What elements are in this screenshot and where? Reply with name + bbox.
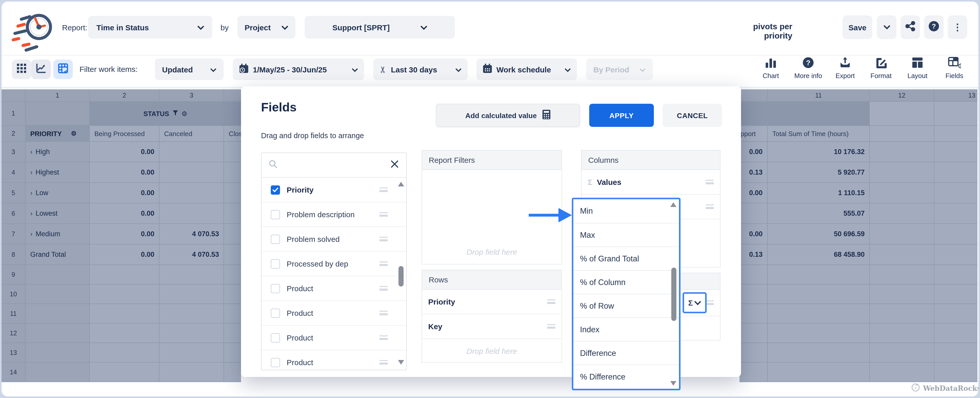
row-label-cell[interactable]: ›Lowest <box>25 203 90 224</box>
row-label-cell[interactable]: ›High <box>25 142 90 162</box>
drag-handle-icon[interactable] <box>380 237 388 241</box>
report-type-select[interactable]: Time in Status <box>88 16 212 38</box>
drag-handle-icon[interactable] <box>380 187 388 192</box>
value-cell[interactable]: 0.13 <box>740 245 768 265</box>
trim-period-button[interactable]: ✂ Last 30 days <box>373 59 468 80</box>
rows-item-priority[interactable]: Priority <box>422 289 562 314</box>
aggregation-option[interactable]: % of Column <box>573 270 679 294</box>
value-cell[interactable]: 0.00 <box>90 142 159 162</box>
pivot-view-button[interactable] <box>53 59 73 79</box>
checkbox-icon[interactable] <box>271 235 280 244</box>
checkbox-icon[interactable] <box>271 358 280 367</box>
drag-handle-icon[interactable] <box>547 299 555 304</box>
project-select[interactable]: Support [SPRT] <box>305 16 455 38</box>
field-item[interactable]: Priority <box>261 178 406 202</box>
column-header[interactable]: Canceled <box>159 126 224 142</box>
scroll-up-arrow[interactable] <box>670 202 676 207</box>
action-more-info[interactable]: ? More info <box>790 56 827 80</box>
field-item[interactable]: Processed by dep <box>261 252 406 276</box>
scroll-down-arrow[interactable] <box>670 381 676 386</box>
value-cell[interactable] <box>740 203 768 224</box>
drag-handle-icon[interactable] <box>547 324 555 329</box>
value-cell[interactable]: 0.00 <box>90 245 159 265</box>
drop-zone[interactable]: Drop field here <box>422 339 562 363</box>
value-cell[interactable] <box>159 162 224 183</box>
work-schedule-button[interactable]: Work schedule <box>476 59 577 80</box>
value-cell[interactable]: 50 696.59 <box>768 224 870 245</box>
action-format[interactable]: Format <box>862 56 899 80</box>
action-chart[interactable]: Chart <box>752 56 789 80</box>
scroll-up-arrow[interactable] <box>398 182 404 186</box>
gear-icon[interactable]: ⚙ <box>181 110 187 117</box>
help-button[interactable]: ? <box>924 15 943 39</box>
pivot-grid-left[interactable]: 1 2 3 1 STATUS ⚙ 2 PRIORITY ⚙ Being Proc… <box>2 90 241 382</box>
save-options-button[interactable] <box>877 15 896 39</box>
expand-icon[interactable]: › <box>30 148 33 156</box>
drag-handle-icon[interactable] <box>380 335 388 340</box>
column-header[interactable]: Clos <box>224 126 241 142</box>
field-item[interactable]: Product <box>261 326 406 350</box>
grid-view-button[interactable] <box>12 59 31 79</box>
row-label-cell[interactable]: ›Medium <box>25 224 90 245</box>
checkbox-checked-icon[interactable] <box>271 185 280 194</box>
drag-handle-icon[interactable] <box>380 360 388 364</box>
row-label-cell[interactable]: ›Low <box>25 183 90 203</box>
expand-icon[interactable]: › <box>30 168 33 176</box>
value-cell[interactable]: 1 110.15 <box>768 183 870 203</box>
cancel-button[interactable]: CANCEL <box>663 104 722 127</box>
aggregation-option[interactable]: % of Grand Total <box>573 246 679 270</box>
field-item[interactable]: Product <box>261 276 406 301</box>
value-cell[interactable]: 0.13 <box>740 162 768 183</box>
value-cell[interactable]: 0.00 <box>90 203 159 224</box>
field-item[interactable]: Problem solved <box>261 227 406 252</box>
share-button[interactable] <box>900 15 920 39</box>
drag-handle-icon[interactable] <box>706 300 714 305</box>
value-cell[interactable]: 0.00 <box>740 183 768 203</box>
field-item[interactable]: Product <box>261 301 406 326</box>
close-icon[interactable] <box>390 160 399 171</box>
value-cell[interactable]: 5 920.77 <box>768 162 870 183</box>
value-cell[interactable]: 4 070.53 <box>159 245 224 265</box>
column-header[interactable]: Being Processed <box>90 126 159 142</box>
checkbox-icon[interactable] <box>271 210 280 219</box>
expand-icon[interactable]: › <box>30 230 33 238</box>
action-layout[interactable]: Layout <box>899 56 936 80</box>
drop-zone[interactable]: Drop field here <box>422 239 562 264</box>
value-cell[interactable]: 0.00 <box>90 183 159 203</box>
rows-item-key[interactable]: Key <box>422 314 562 339</box>
status-header-cell[interactable]: STATUS ⚙ <box>90 102 241 126</box>
filter-field-select[interactable]: Updated <box>155 59 224 80</box>
group-by-select[interactable]: Project <box>237 16 295 38</box>
value-cell[interactable] <box>159 203 224 224</box>
value-cell[interactable]: 68 458.90 <box>768 245 870 265</box>
value-cell[interactable]: 555.07 <box>768 203 870 224</box>
value-cell[interactable]: 0.00 <box>90 224 159 245</box>
aggregation-option[interactable]: Max <box>573 223 679 246</box>
search-input[interactable] <box>282 161 390 169</box>
add-calculated-value-button[interactable]: Add calculated value <box>436 104 580 127</box>
value-cell[interactable]: 0.00 <box>740 142 768 162</box>
column-header[interactable]: Total Sum of Time (hours) <box>768 126 870 142</box>
action-export[interactable]: Export <box>827 56 864 80</box>
aggregation-sigma-button[interactable]: Σ <box>682 292 707 313</box>
priority-header-cell[interactable]: PRIORITY ⚙ <box>25 126 90 142</box>
value-cell[interactable]: 4 070.53 <box>159 224 224 245</box>
scrollbar-thumb[interactable] <box>398 266 404 286</box>
checkbox-icon[interactable] <box>271 259 280 269</box>
more-menu-button[interactable]: ⋮ <box>948 15 967 39</box>
drag-handle-icon[interactable] <box>380 212 388 217</box>
action-fields[interactable]: ⚙ Fields <box>936 56 973 80</box>
chart-view-button[interactable] <box>31 59 51 79</box>
aggregation-option[interactable]: % of Row <box>573 294 679 317</box>
row-label-cell[interactable]: ›Highest <box>25 162 90 183</box>
gear-icon[interactable]: ⚙ <box>71 130 77 137</box>
row-label-cell[interactable]: Grand Total <box>25 245 90 265</box>
value-cell[interactable]: 0.00 <box>740 224 768 245</box>
field-item[interactable]: Product <box>261 350 406 370</box>
checkbox-icon[interactable] <box>271 333 280 342</box>
scroll-down-arrow[interactable] <box>398 360 404 364</box>
drag-handle-icon[interactable] <box>706 180 714 184</box>
column-header[interactable]: pport <box>740 126 768 142</box>
aggregation-option[interactable]: Difference <box>573 341 679 364</box>
drag-handle-icon[interactable] <box>380 286 388 291</box>
